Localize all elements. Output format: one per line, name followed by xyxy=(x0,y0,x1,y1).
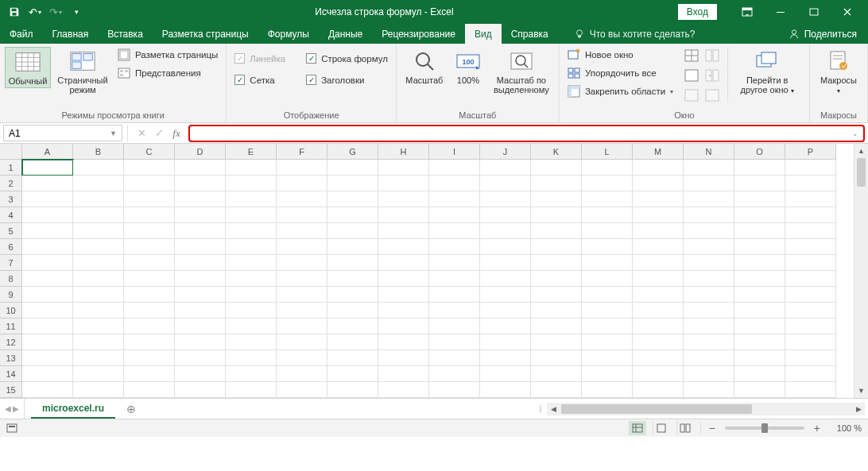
cell[interactable] xyxy=(785,334,836,350)
cell[interactable] xyxy=(73,207,124,223)
cell[interactable] xyxy=(531,160,582,176)
cell[interactable] xyxy=(480,287,531,303)
column-header[interactable]: C xyxy=(124,144,175,160)
cell[interactable] xyxy=(633,223,684,239)
tab-data[interactable]: Данные xyxy=(319,24,372,44)
cell[interactable] xyxy=(582,239,633,255)
cell[interactable] xyxy=(327,223,378,239)
minimize-button[interactable] xyxy=(765,0,796,24)
cell[interactable] xyxy=(734,319,785,334)
row-header[interactable]: 11 xyxy=(0,319,22,334)
cell[interactable] xyxy=(633,160,684,176)
qat-customize-button[interactable]: ▾ xyxy=(67,2,86,21)
cell[interactable] xyxy=(378,366,429,382)
cell[interactable] xyxy=(124,303,175,319)
cell[interactable] xyxy=(22,239,73,255)
cell[interactable] xyxy=(378,207,429,223)
cell[interactable] xyxy=(175,271,226,287)
cell[interactable] xyxy=(73,255,124,271)
cell[interactable] xyxy=(73,334,124,350)
cell[interactable] xyxy=(531,350,582,366)
cell[interactable] xyxy=(378,319,429,334)
cell[interactable] xyxy=(480,223,531,239)
cell[interactable] xyxy=(531,366,582,382)
cell[interactable] xyxy=(175,160,226,176)
column-header[interactable]: N xyxy=(684,144,734,160)
zoom-level[interactable]: 100 % xyxy=(830,423,862,433)
cell[interactable] xyxy=(633,191,684,207)
row-header[interactable]: 4 xyxy=(0,207,22,223)
close-button[interactable] xyxy=(831,0,863,24)
cell[interactable] xyxy=(327,287,378,303)
cell[interactable] xyxy=(633,239,684,255)
column-header[interactable]: K xyxy=(531,144,582,160)
cell[interactable] xyxy=(277,366,327,382)
tab-view[interactable]: Вид xyxy=(465,24,502,44)
cell[interactable] xyxy=(277,271,327,287)
cell[interactable] xyxy=(226,191,277,207)
cell[interactable] xyxy=(429,350,480,366)
cell[interactable] xyxy=(531,176,582,191)
cell[interactable] xyxy=(582,191,633,207)
sheet-tab[interactable]: microexcel.ru xyxy=(31,399,115,419)
cell[interactable] xyxy=(378,160,429,176)
macros-button[interactable]: Макросы▾ xyxy=(815,47,862,98)
cell[interactable] xyxy=(378,239,429,255)
tab-layout[interactable]: Разметка страницы xyxy=(153,24,258,44)
cell[interactable] xyxy=(175,319,226,334)
cell[interactable] xyxy=(73,303,124,319)
cell[interactable] xyxy=(633,303,684,319)
column-header[interactable]: H xyxy=(378,144,429,160)
normal-view-button[interactable]: Обычный xyxy=(5,47,51,88)
cell[interactable] xyxy=(531,319,582,334)
next-sheet-icon[interactable]: ▶ xyxy=(13,404,19,413)
sheet-nav[interactable]: ◀ ▶ xyxy=(0,399,25,419)
cell[interactable] xyxy=(582,160,633,176)
cell[interactable] xyxy=(378,176,429,191)
cell[interactable] xyxy=(226,334,277,350)
cell[interactable] xyxy=(226,207,277,223)
cell[interactable] xyxy=(327,255,378,271)
zoom-selection-button[interactable]: Масштаб по выделенному xyxy=(489,47,554,96)
cell[interactable] xyxy=(480,303,531,319)
cell[interactable] xyxy=(124,287,175,303)
cell[interactable] xyxy=(633,271,684,287)
cell[interactable] xyxy=(124,255,175,271)
prev-sheet-icon[interactable]: ◀ xyxy=(5,404,11,413)
row-header[interactable]: 2 xyxy=(0,176,22,191)
tab-home[interactable]: Главная xyxy=(43,24,99,44)
cell[interactable] xyxy=(734,160,785,176)
cell[interactable] xyxy=(378,303,429,319)
record-macro-icon[interactable] xyxy=(6,423,19,434)
undo-button[interactable]: ↶▾ xyxy=(25,2,45,21)
cell[interactable] xyxy=(327,350,378,366)
cell[interactable] xyxy=(785,176,836,191)
cell[interactable] xyxy=(734,271,785,287)
scroll-down-icon[interactable]: ▼ xyxy=(854,384,868,398)
cell[interactable] xyxy=(277,350,327,366)
column-header[interactable]: G xyxy=(327,144,378,160)
cell[interactable] xyxy=(327,207,378,223)
cell[interactable] xyxy=(785,287,836,303)
cell[interactable] xyxy=(531,303,582,319)
cell[interactable] xyxy=(480,160,531,176)
column-header[interactable]: D xyxy=(175,144,226,160)
tell-me[interactable]: Что вы хотите сделать? xyxy=(574,24,696,44)
column-header[interactable]: E xyxy=(226,144,277,160)
row-header[interactable]: 7 xyxy=(0,255,22,271)
cell[interactable] xyxy=(785,191,836,207)
cell[interactable] xyxy=(124,350,175,366)
cell[interactable] xyxy=(327,239,378,255)
cell[interactable] xyxy=(378,287,429,303)
cell[interactable] xyxy=(226,382,277,398)
cell[interactable] xyxy=(22,334,73,350)
cell[interactable] xyxy=(480,350,531,366)
cell[interactable] xyxy=(175,382,226,398)
cell[interactable] xyxy=(582,176,633,191)
cell[interactable] xyxy=(531,334,582,350)
cell[interactable] xyxy=(633,255,684,271)
cell[interactable] xyxy=(124,223,175,239)
cell[interactable] xyxy=(531,223,582,239)
cell[interactable] xyxy=(73,239,124,255)
cell[interactable] xyxy=(226,239,277,255)
